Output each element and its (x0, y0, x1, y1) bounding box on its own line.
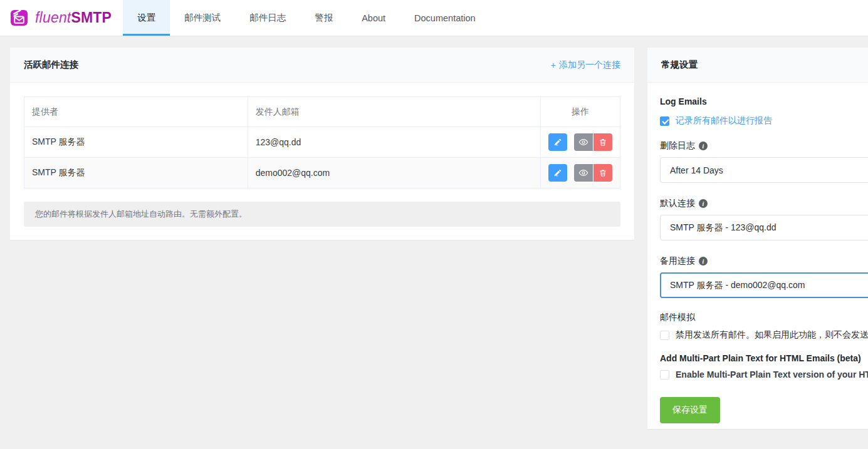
info-icon: i (699, 142, 708, 150)
delete-connection-button[interactable] (593, 133, 612, 151)
view-connection-button[interactable] (574, 164, 593, 182)
multipart-checkbox[interactable] (660, 370, 669, 379)
fallback-connection-select[interactable]: SMTP 服务器 - demo002@qq.com (660, 272, 868, 298)
connections-panel-title: 活跃邮件连接 (24, 59, 78, 71)
view-connection-button[interactable] (574, 133, 593, 151)
settings-panel-header: 常规设置 (647, 48, 868, 83)
connections-panel-body: 提供者 发件人邮箱 操作 SMTP 服务器 123@qq.dd (10, 83, 634, 240)
default-connection-selected-value: SMTP 服务器 - 123@qq.dd (670, 222, 776, 234)
tab-email-test[interactable]: 邮件测试 (170, 0, 235, 36)
email-simulation-checkbox[interactable] (660, 331, 669, 340)
add-connection-link[interactable]: +添加另一个连接 (551, 59, 620, 71)
brand-name: fluentSMTP (35, 9, 112, 26)
info-icon: i (699, 257, 708, 266)
save-settings-button[interactable]: 保存设置 (660, 397, 720, 423)
multipart-label: Add Multi-Part Plain Text for HTML Email… (660, 353, 868, 363)
plus-icon: + (551, 60, 556, 70)
email-simulation-label-text: 邮件模拟 (660, 312, 695, 323)
fallback-connection-selected-value: SMTP 服务器 - demo002@qq.com (670, 280, 805, 291)
trash-icon (599, 168, 607, 177)
cell-sender-email: demo002@qq.com (248, 158, 540, 188)
routing-note: 您的邮件将根据发件人邮箱地址自动路由。无需额外配置。 (24, 202, 620, 227)
log-emails-label: Log Emails (660, 96, 868, 106)
tab-documentation[interactable]: Documentation (400, 0, 490, 36)
log-emails-checkbox-label: 记录所有邮件以进行报告 (676, 115, 772, 126)
delete-logs-selected-value: After 14 Days (670, 165, 723, 175)
cell-sender-email: 123@qq.dd (248, 127, 540, 158)
edit-connection-button[interactable] (548, 164, 567, 182)
eye-icon (578, 137, 588, 147)
general-settings-panel: 常规设置 Log Emails 记录所有邮件以进行报告 删除日志 i After… (647, 48, 868, 429)
pencil-icon (553, 168, 562, 177)
default-connection-label-row: 默认连接 i (660, 198, 868, 209)
connections-panel-header: 活跃邮件连接 +添加另一个连接 (10, 48, 634, 83)
delete-connection-button[interactable] (593, 164, 612, 182)
delete-logs-select[interactable]: After 14 Days (660, 157, 868, 183)
pencil-icon (553, 138, 562, 147)
delete-logs-label: 删除日志 (660, 140, 695, 152)
brand-name-fluent: fluent (35, 9, 71, 26)
tab-about[interactable]: About (347, 0, 400, 36)
add-connection-label: 添加另一个连接 (559, 59, 620, 71)
table-row: SMTP 服务器 123@qq.dd (24, 127, 620, 158)
tab-settings[interactable]: 设置 (123, 0, 170, 36)
settings-panel-title: 常规设置 (661, 59, 698, 71)
brand-logo: fluentSMTP (0, 0, 123, 36)
tab-alerts[interactable]: 警报 (300, 0, 347, 36)
brand-name-smtp: SMTP (71, 9, 112, 26)
column-header-provider: 提供者 (24, 97, 248, 127)
edit-connection-button[interactable] (548, 133, 567, 151)
default-connection-label: 默认连接 (660, 198, 695, 209)
fallback-connection-label: 备用连接 (660, 255, 695, 267)
eye-icon (578, 168, 588, 178)
tab-email-logs[interactable]: 邮件日志 (235, 0, 300, 36)
fallback-connection-label-row: 备用连接 i (660, 255, 868, 267)
log-emails-checkbox-row[interactable]: 记录所有邮件以进行报告 (660, 115, 868, 126)
connections-table: 提供者 发件人邮箱 操作 SMTP 服务器 123@qq.dd (24, 96, 620, 188)
fluentsmtp-logo-icon (10, 8, 29, 29)
connections-table-header-row: 提供者 发件人邮箱 操作 (24, 97, 620, 127)
cell-provider: SMTP 服务器 (24, 158, 248, 188)
column-header-actions: 操作 (541, 97, 620, 127)
log-emails-checkbox[interactable] (660, 116, 669, 126)
column-header-sender-email: 发件人邮箱 (248, 97, 540, 127)
settings-panel-body: Log Emails 记录所有邮件以进行报告 删除日志 i After 14 D… (647, 83, 868, 436)
multipart-checkbox-label: Enable Multi-Part Plain Text version of … (676, 369, 868, 379)
delete-logs-label-row: 删除日志 i (660, 140, 868, 152)
trash-icon (599, 138, 607, 147)
default-connection-select[interactable]: SMTP 服务器 - 123@qq.dd (660, 215, 868, 240)
cell-provider: SMTP 服务器 (24, 127, 248, 158)
table-row: SMTP 服务器 demo002@qq.com (24, 158, 620, 188)
multipart-checkbox-row[interactable]: Enable Multi-Part Plain Text version of … (660, 369, 868, 379)
top-navbar: fluentSMTP 设置 邮件测试 邮件日志 警报 About Documen… (0, 0, 868, 36)
email-simulation-label: 邮件模拟 (660, 312, 868, 323)
nav-tabs: 设置 邮件测试 邮件日志 警报 About Documentation (123, 0, 489, 36)
email-simulation-checkbox-label: 禁用发送所有邮件。如果启用此功能，则不会发送 (676, 329, 868, 341)
info-icon: i (699, 199, 708, 208)
email-simulation-checkbox-row[interactable]: 禁用发送所有邮件。如果启用此功能，则不会发送 (660, 329, 868, 341)
active-connections-panel: 活跃邮件连接 +添加另一个连接 提供者 发件人邮箱 操作 SMTP 服务器 12… (10, 48, 634, 240)
